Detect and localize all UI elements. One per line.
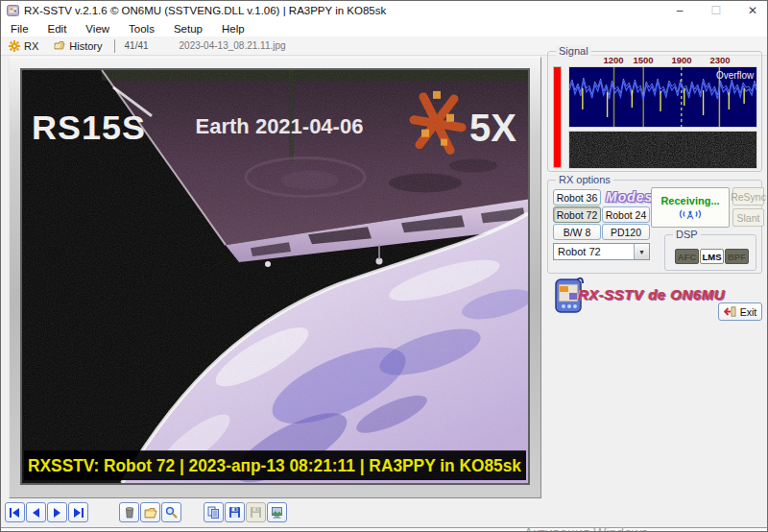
app-logo-text: RX-SSTV de ON6MU xyxy=(578,286,725,302)
tab-history[interactable]: History xyxy=(46,36,109,55)
spectrum-display: Overflow xyxy=(568,66,757,128)
menu-tools[interactable]: Tools xyxy=(119,23,164,35)
dsp-label: DSP xyxy=(673,229,701,240)
bottom-toolbar xyxy=(1,500,767,527)
exit-button[interactable]: Exit xyxy=(718,302,762,321)
current-filename: 2023-04-13_08.21.11.jpg xyxy=(180,40,286,51)
receiving-label: Receiving... xyxy=(660,195,719,206)
title-bar: RX-SSTV v.2.1.6 © ON6MU (SSTVENG.DLL v.1… xyxy=(1,1,767,20)
slant-button[interactable]: Slant xyxy=(732,208,764,227)
resync-button[interactable]: ReSync xyxy=(732,187,764,206)
dsp-panel: DSP AFC LMS BPF xyxy=(664,234,756,271)
image-bezel: RS15S Earth 2021-04-06 5X RXSSTV: Robot … xyxy=(9,57,541,498)
modes-label: Modes xyxy=(606,189,653,205)
menu-file[interactable]: File xyxy=(1,23,38,35)
mode-button-bw8[interactable]: B/W 8 xyxy=(553,224,601,240)
save-disabled-button[interactable] xyxy=(246,502,266,522)
close-icon[interactable]: ✕ xyxy=(746,4,759,17)
image-counter: 41/41 xyxy=(125,40,149,51)
minimize-icon[interactable]: – xyxy=(673,4,686,17)
sstv-image: RS15S Earth 2021-04-06 5X RXSSTV: Robot … xyxy=(20,68,530,485)
history-icon xyxy=(54,40,65,51)
toolbar-separator xyxy=(114,39,115,53)
signal-label: Signal xyxy=(556,45,591,57)
waterfall-display xyxy=(568,131,757,169)
wallpaper-button[interactable] xyxy=(267,502,287,522)
rx-options-label: RX options xyxy=(556,174,613,185)
mode-dropdown-value: Robot 72 xyxy=(554,246,634,257)
mode-button-pd120[interactable]: PD120 xyxy=(602,224,650,240)
app-icon xyxy=(7,5,19,16)
zoom-image-button[interactable] xyxy=(161,502,181,522)
menu-view[interactable]: View xyxy=(76,23,119,35)
picture-icon xyxy=(271,506,283,519)
menu-edit[interactable]: Edit xyxy=(38,23,77,35)
antenna-icon xyxy=(678,208,703,220)
rx-options-panel: RX options Robot 36 Modes Robot 72 Robot… xyxy=(547,180,762,274)
tab-history-label: History xyxy=(69,40,102,52)
dsp-lms-button[interactable]: LMS xyxy=(700,249,724,264)
signal-panel: Signal 1200 1500 1900 2300 Overflo xyxy=(547,51,762,172)
status-bar xyxy=(1,527,767,532)
chevron-down-icon[interactable]: ▼ xyxy=(634,244,649,259)
magnifier-icon xyxy=(165,506,178,519)
mode-dropdown[interactable]: Robot 72 ▼ xyxy=(553,243,650,260)
first-image-button[interactable] xyxy=(5,502,25,522)
mode-button-robot72[interactable]: Robot 72 xyxy=(553,206,601,223)
exit-button-label: Exit xyxy=(740,306,757,318)
save-disabled-icon xyxy=(250,506,262,519)
maximize-icon[interactable]: ☐ xyxy=(709,4,723,17)
mode-button-robot24[interactable]: Robot 24 xyxy=(602,206,650,223)
dsp-afc-button[interactable]: AFC xyxy=(675,249,699,264)
save-icon xyxy=(228,506,241,519)
freq-tick-1200: 1200 xyxy=(603,55,623,65)
freq-tick-1900: 1900 xyxy=(671,55,691,65)
last-image-button[interactable] xyxy=(68,502,88,522)
overlay-text: RXSSTV: Robot 72 | 2023-апр-13 08:21:11 … xyxy=(28,456,521,475)
gear-icon xyxy=(9,40,20,52)
freq-tick-1500: 1500 xyxy=(633,55,653,65)
window-title: RX-SSTV v.2.1.6 © ON6MU (SSTVENG.DLL v.1… xyxy=(24,5,386,16)
next-image-button[interactable] xyxy=(47,502,67,522)
copy-icon xyxy=(207,506,220,519)
mode-button-robot36[interactable]: Robot 36 xyxy=(553,189,601,206)
menu-bar: File Edit View Tools Setup Help xyxy=(1,20,767,36)
overflow-label: Overflow xyxy=(716,70,755,81)
dsp-bpf-button[interactable]: BPF xyxy=(725,249,749,264)
menu-setup[interactable]: Setup xyxy=(164,23,212,35)
folder-icon xyxy=(144,507,157,519)
tab-rx-label: RX xyxy=(24,40,38,52)
tab-rx[interactable]: RX xyxy=(1,36,46,55)
exit-door-icon xyxy=(724,306,736,317)
activation-watermark: Активация Windows xyxy=(524,525,648,532)
copy-image-button[interactable] xyxy=(204,502,224,522)
freq-tick-2300: 2300 xyxy=(709,55,730,65)
previous-image-button[interactable] xyxy=(26,502,46,522)
menu-help[interactable]: Help xyxy=(212,23,254,35)
receiving-button[interactable]: Receiving... xyxy=(651,187,730,228)
open-folder-button[interactable] xyxy=(140,502,160,522)
signal-level-bar xyxy=(553,66,562,168)
trash-icon xyxy=(124,506,135,519)
delete-image-button[interactable] xyxy=(119,502,139,522)
app-window: RX-SSTV v.2.1.6 © ON6MU (SSTVENG.DLL v.1… xyxy=(0,0,768,532)
save-image-button[interactable] xyxy=(225,502,245,522)
